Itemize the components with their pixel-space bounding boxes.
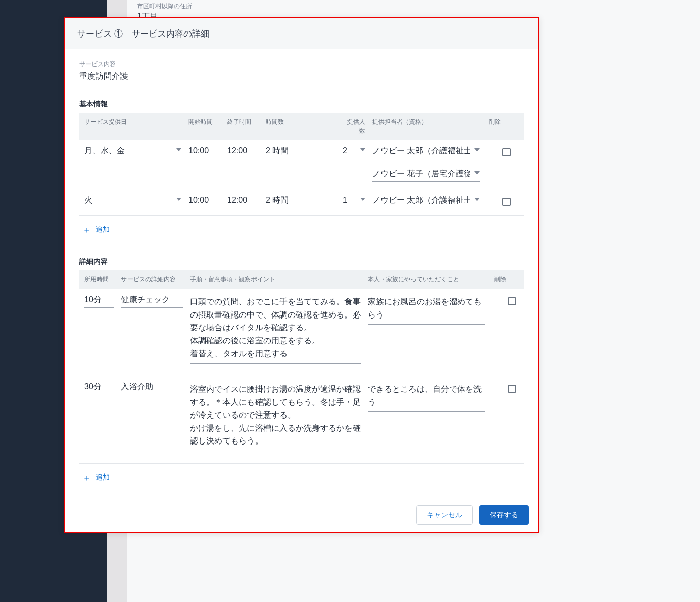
staff-input[interactable] <box>372 168 480 182</box>
detail-table-header: 所用時間 サービスの詳細内容 手順・留意事項・観察ポイント 本人・家族にやってい… <box>79 270 524 289</box>
detail-row: 口頭での質問、おでこに手を当ててみる。食事の摂取量確認の中で、体調の確認を進める… <box>79 289 524 376</box>
add-label: 追加 <box>96 225 110 234</box>
chevron-down-icon <box>474 148 480 151</box>
detail-section-title: 詳細内容 <box>79 257 524 266</box>
detail-fam-input[interactable]: できるところは、自分で体を洗う <box>368 382 485 412</box>
detail-time-input[interactable] <box>84 294 114 308</box>
end-time-input[interactable] <box>227 145 259 159</box>
th-day: サービス提供日 <box>84 118 188 135</box>
th-hours: 時間数 <box>266 118 343 135</box>
th-name: サービスの詳細内容 <box>121 275 190 284</box>
detail-name-input[interactable] <box>121 294 183 308</box>
chevron-down-icon <box>360 148 365 151</box>
chevron-down-icon <box>176 198 181 201</box>
detail-time-input[interactable] <box>84 382 114 395</box>
th-count: 提供人数 <box>343 118 372 135</box>
th-delete: 削除 <box>487 118 511 135</box>
th-start: 開始時間 <box>188 118 227 135</box>
delete-checkbox[interactable] <box>508 297 516 305</box>
start-time-input[interactable] <box>188 145 220 159</box>
end-time-input[interactable] <box>227 195 259 208</box>
basic-row <box>79 189 524 216</box>
save-button[interactable]: 保存する <box>479 505 529 525</box>
th-time: 所用時間 <box>84 275 121 284</box>
th-fam: 本人・家族にやっていただくこと <box>368 275 492 284</box>
chevron-down-icon <box>474 171 480 174</box>
detail-proc-input[interactable]: 浴室内でイスに腰掛けお湯の温度が適温か確認する。＊本人にも確認してもらう。冬は手… <box>190 382 361 451</box>
add-label: 追加 <box>96 473 110 482</box>
chevron-down-icon <box>176 148 181 151</box>
basic-section-title: 基本情報 <box>79 100 524 109</box>
service-content-label: サービス内容 <box>79 60 229 69</box>
staff-select[interactable] <box>372 168 480 182</box>
chevron-down-icon <box>360 198 365 201</box>
plus-icon: ＋ <box>82 473 91 482</box>
staff-input[interactable] <box>372 145 480 159</box>
hours-input[interactable] <box>266 145 336 159</box>
delete-checkbox[interactable] <box>502 148 511 156</box>
th-delete: 削除 <box>492 275 516 284</box>
day-select[interactable] <box>84 145 181 159</box>
service-detail-modal: サービス ① サービス内容の詳細 サービス内容 基本情報 サービス提供日 開始時… <box>64 17 539 533</box>
day-input[interactable] <box>84 145 181 159</box>
chevron-down-icon <box>474 198 480 201</box>
detail-fam-input[interactable]: 家族にお風呂のお湯を溜めてもらう <box>368 294 485 325</box>
detail-proc-input[interactable]: 口頭での質問、おでこに手を当ててみる。食事の摂取量確認の中で、体調の確認を進める… <box>190 294 361 364</box>
th-staff: 提供担当者（資格） <box>372 118 487 135</box>
bg-address-label: 市区町村以降の住所 <box>137 2 192 11</box>
start-time-input[interactable] <box>188 195 220 208</box>
day-input[interactable] <box>84 195 181 208</box>
detail-row: 浴室内でイスに腰掛けお湯の温度が適温か確認する。＊本人にも確認してもらう。冬は手… <box>79 376 524 464</box>
basic-row <box>79 140 524 189</box>
basic-table-header: サービス提供日 開始時間 終了時間 時間数 提供人数 提供担当者（資格） 削除 <box>79 113 524 140</box>
count-select[interactable] <box>343 195 365 208</box>
add-detail-row-button[interactable]: ＋ 追加 <box>82 473 110 482</box>
plus-icon: ＋ <box>82 225 91 234</box>
count-input[interactable] <box>343 195 365 208</box>
staff-select[interactable] <box>372 195 480 208</box>
staff-input[interactable] <box>372 195 480 208</box>
delete-checkbox[interactable] <box>502 198 511 206</box>
cancel-button[interactable]: キャンセル <box>416 505 473 525</box>
staff-select[interactable] <box>372 145 480 159</box>
delete-checkbox[interactable] <box>508 385 516 393</box>
hours-input[interactable] <box>266 195 336 208</box>
th-end: 終了時間 <box>227 118 266 135</box>
th-proc: 手順・留意事項・観察ポイント <box>190 275 368 284</box>
count-input[interactable] <box>343 145 365 159</box>
add-basic-row-button[interactable]: ＋ 追加 <box>82 225 110 234</box>
count-select[interactable] <box>343 145 365 159</box>
detail-name-input[interactable] <box>121 382 183 395</box>
day-select[interactable] <box>84 195 181 208</box>
modal-title: サービス ① サービス内容の詳細 <box>65 18 538 49</box>
modal-footer: キャンセル 保存する <box>65 498 538 532</box>
service-content-input[interactable] <box>79 71 229 84</box>
